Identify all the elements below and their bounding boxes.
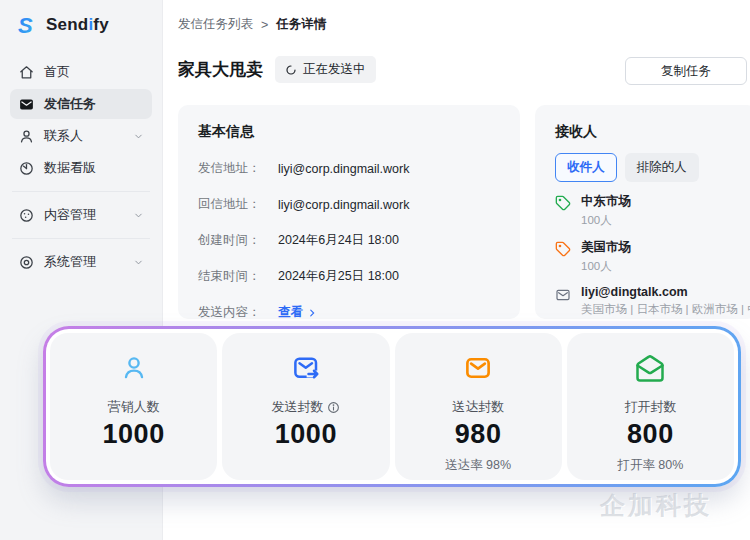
breadcrumb-separator: > — [261, 18, 268, 32]
settings-icon — [18, 254, 35, 271]
tag-green-icon — [555, 195, 571, 211]
sidebar-item-send-tasks[interactable]: 发信任务 — [10, 89, 152, 119]
info-row-end: 结束时间： 2024年6月25日 18:00 — [198, 268, 500, 285]
stat-card-marketing-count: 营销人数 1000 — [50, 333, 217, 480]
recipients-panel: 接收人 收件人 排除的人 中东市场 100人 美国市场 100人 liyi@di… — [535, 105, 750, 319]
stat-card-sent-count: 发送封数 1000 — [222, 333, 389, 480]
stat-card-delivered-count: 送达封数 980 送达率 98% — [395, 333, 562, 480]
recipient-item: liyi@dingtalk.com 美国市场 | 日本市场 | 欧洲市场 | 中… — [555, 285, 737, 317]
sidebar-item-label: 系统管理 — [44, 253, 96, 271]
stats-cards: 营销人数 1000 发送封数 1000 送达封数 980 送达率 98% — [46, 329, 738, 484]
sidebar-item-label: 内容管理 — [44, 206, 96, 224]
sidebar-item-label: 数据看版 — [44, 159, 96, 177]
sidebar-item-system[interactable]: 系统管理 — [10, 247, 152, 277]
breadcrumb: 发信任务列表 > 任务详情 — [178, 16, 326, 33]
basic-info-panel: 基本信息 发信地址： liyi@corp.dingmail.work 回信地址：… — [178, 105, 520, 319]
person-icon — [18, 128, 35, 145]
person-icon — [119, 353, 149, 383]
breadcrumb-parent[interactable]: 发信任务列表 — [178, 16, 253, 33]
basic-info-title: 基本信息 — [198, 123, 500, 141]
sidebar-divider — [12, 191, 150, 192]
dashboard-icon — [18, 160, 35, 177]
recipients-title: 接收人 — [555, 123, 737, 141]
tab-recipients[interactable]: 收件人 — [555, 153, 617, 182]
svg-text:S: S — [18, 13, 33, 37]
app-logo: S Sendify — [0, 0, 162, 37]
chevron-right-icon — [307, 308, 317, 318]
title-row: 家具大甩卖 正在发送中 — [178, 56, 376, 83]
spinner-icon — [285, 64, 297, 76]
recipient-item: 中东市场 100人 — [555, 193, 737, 228]
sidebar-item-contacts[interactable]: 联系人 — [10, 121, 152, 151]
home-icon — [18, 64, 35, 81]
sidebar-item-dashboard[interactable]: 数据看版 — [10, 153, 152, 183]
view-content-link[interactable]: 查看 — [278, 304, 317, 321]
info-icon[interactable] — [327, 401, 340, 414]
status-badge-label: 正在发送中 — [303, 61, 366, 78]
recipients-tabs: 收件人 排除的人 — [555, 153, 737, 182]
watermark: 企加科技 — [600, 489, 712, 522]
sidebar-item-content[interactable]: 内容管理 — [10, 200, 152, 230]
chevron-down-icon — [133, 131, 144, 142]
sidebar-item-label: 联系人 — [44, 127, 83, 145]
sidebar-item-home[interactable]: 首页 — [10, 57, 152, 87]
info-row-content: 发送内容： 查看 — [198, 304, 500, 321]
info-row-from: 发信地址： liyi@corp.dingmail.work — [198, 160, 500, 177]
info-row-reply: 回信地址： liyi@corp.dingmail.work — [198, 196, 500, 213]
sidebar-item-label: 发信任务 — [44, 95, 96, 113]
sidebar-item-label: 首页 — [44, 63, 70, 81]
info-row-created: 创建时间： 2024年6月24日 18:00 — [198, 232, 500, 249]
chevron-down-icon — [133, 257, 144, 268]
mail-icon — [18, 96, 35, 113]
page-title: 家具大甩卖 — [178, 58, 263, 81]
sidebar-nav: 首页 发信任务 联系人 数据看版 内容管理 系统管理 — [0, 57, 162, 277]
mail-delivered-icon — [463, 353, 493, 383]
logo-text: Sendify — [46, 15, 109, 35]
stat-card-opened-count: 打开封数 800 打开率 80% — [567, 333, 734, 480]
copy-task-button[interactable]: 复制任务 — [625, 57, 747, 85]
breadcrumb-current: 任务详情 — [276, 16, 326, 33]
status-badge: 正在发送中 — [275, 56, 376, 83]
chevron-down-icon — [133, 210, 144, 221]
tag-orange-icon — [555, 241, 571, 257]
sidebar-divider — [12, 238, 150, 239]
stats-highlight-container: 营销人数 1000 发送封数 1000 送达封数 980 送达率 98% — [43, 326, 741, 487]
tab-excluded[interactable]: 排除的人 — [625, 153, 699, 182]
palette-icon — [18, 207, 35, 224]
recipient-item: 美国市场 100人 — [555, 239, 737, 274]
logo-s-icon: S — [15, 13, 39, 37]
mail-open-icon — [635, 353, 665, 383]
envelope-icon — [555, 287, 571, 303]
mail-send-icon — [291, 353, 321, 383]
